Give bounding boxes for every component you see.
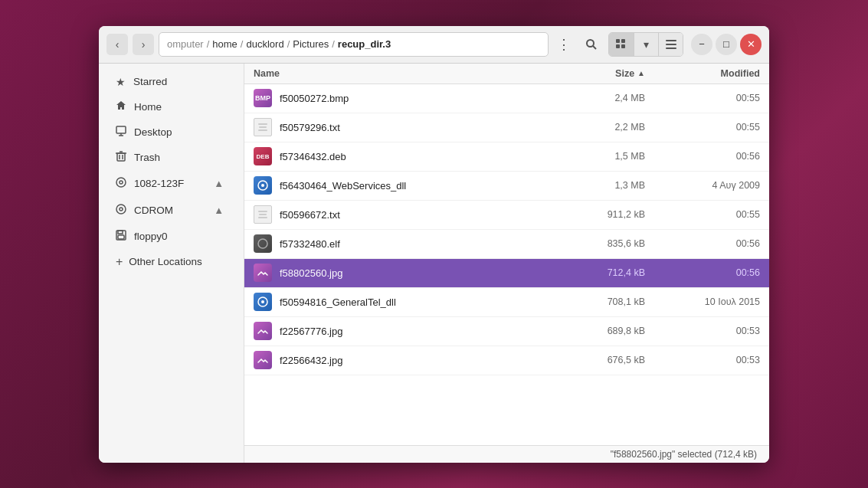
sidebar-item-desktop[interactable]: Desktop [103,120,239,144]
file-list: BMP f50050272.bmp 2,4 MB 00:55 f50579296… [244,84,769,445]
svg-point-19 [116,205,126,214]
status-text: "f58802560.jpg" selected (712,4 kB) [611,449,757,460]
table-row[interactable]: BMP f50050272.bmp 2,4 MB 00:55 [244,84,769,113]
file-size: 911,2 kB [553,209,645,220]
file-modified: 00:55 [645,93,760,103]
svg-rect-12 [117,153,125,161]
file-name: f58802560.jpg [280,267,553,279]
sidebar-item-label: Other Locations [129,256,201,267]
disk-icon [116,177,126,190]
breadcrumb-part-home: home [212,38,237,50]
svg-point-17 [116,178,126,187]
sidebar-item-trash[interactable]: Trash [103,146,239,169]
floppy-icon [116,230,126,243]
sidebar-item-other-locations[interactable]: + Other Locations [103,250,239,274]
svg-rect-9 [116,126,126,133]
svg-point-25 [261,184,264,187]
svg-rect-4 [616,44,620,48]
file-modified: 00:55 [645,122,760,133]
titlebar: ‹ › omputer / home / ducklord / Pictures… [99,26,769,64]
trash-icon [116,151,126,164]
svg-rect-22 [118,231,123,234]
close-button[interactable]: ✕ [740,34,762,55]
file-name: f50050272.bmp [280,93,553,104]
sidebar-item-label: Home [134,101,162,113]
file-name: f22566432.jpg [280,355,553,366]
svg-rect-6 [666,40,676,41]
sidebar-item-starred[interactable]: ★ Starred [103,70,239,93]
svg-rect-8 [666,47,676,49]
table-row[interactable]: f56430464_WebServices_dll 1,3 MB 4 Αυγ 2… [244,172,769,201]
file-modified: 00:56 [645,238,760,249]
file-size: 1,5 MB [553,151,645,162]
file-name: f50594816_GeneralTel_dll [280,296,553,308]
file-size: 712,4 kB [553,267,645,278]
table-row[interactable]: f22567776.jpg 689,8 kB 00:53 [244,317,769,346]
sidebar-item-label: floppy0 [134,231,168,242]
home-icon [116,100,126,113]
back-button[interactable]: ‹ [106,34,128,55]
main-content: ★ Starred Home Desktop Trash [99,64,769,463]
breadcrumb-part-computer: omputer [167,38,204,50]
sidebar-item-label: Starred [133,76,167,87]
file-modified: 4 Αυγ 2009 [645,180,760,191]
forward-button[interactable]: › [133,34,154,55]
window-controls: − □ ✕ [691,34,762,55]
table-row[interactable]: f50579296.txt 2,2 MB 00:55 [244,113,769,142]
svg-rect-7 [666,44,676,45]
table-row[interactable]: f58802560.jpg 712,4 kB 00:56 [244,259,769,288]
file-size: 1,3 MB [553,180,645,191]
table-row[interactable]: f22566432.jpg 676,5 kB 00:53 [244,346,769,375]
list-view-button[interactable] [658,33,683,56]
file-modified: 00:55 [645,209,760,220]
maximize-button[interactable]: □ [716,34,737,55]
svg-point-26 [258,239,267,248]
svg-rect-5 [621,44,625,48]
grid-view-button[interactable] [609,33,634,56]
column-name-header: Name [254,68,553,79]
search-button[interactable] [579,32,604,57]
minimize-button[interactable]: − [691,34,712,55]
file-size: 2,4 MB [553,93,645,103]
file-size: 676,5 kB [553,355,645,365]
svg-line-1 [593,46,596,49]
file-panel: Name Size ▲ Modified BMP f50050272.bmp 2… [244,64,769,463]
view-dropdown-button[interactable]: ▾ [634,33,658,56]
file-name: f50579296.txt [280,122,553,133]
sidebar-item-label: Desktop [134,126,172,138]
view-toggle: ▾ [608,32,683,57]
file-size: 708,1 kB [553,296,645,307]
star-icon: ★ [116,76,126,88]
breadcrumb[interactable]: omputer / home / ducklord / Pictures / r… [159,32,549,57]
sidebar-item-floppy[interactable]: floppy0 [103,224,239,248]
column-size-header: Size ▲ [553,68,645,79]
sidebar-item-home[interactable]: Home [103,95,239,119]
file-modified: 10 Ιουλ 2015 [645,296,760,307]
breadcrumb-part-pictures: Pictures [293,38,329,50]
svg-rect-3 [621,39,625,43]
file-size: 835,6 kB [553,238,645,249]
eject-cdrom-button[interactable]: ▲ [211,203,227,218]
sort-icon: ▲ [637,69,645,77]
kebab-menu-button[interactable]: ⋮ [553,34,575,55]
file-modified: 00:53 [645,355,760,365]
table-row[interactable]: DEB f57346432.deb 1,5 MB 00:56 [244,142,769,172]
table-row[interactable]: f50594816_GeneralTel_dll 708,1 kB 10 Ιου… [244,288,769,317]
table-row[interactable]: f50596672.txt 911,2 kB 00:55 [244,201,769,230]
column-modified-header: Modified [645,68,760,79]
add-icon: + [116,255,123,269]
table-row[interactable]: f57332480.elf 835,6 kB 00:56 [244,230,769,259]
desktop-icon [116,126,126,139]
status-bar: "f58802560.jpg" selected (712,4 kB) [244,445,769,463]
file-size: 2,2 MB [553,122,645,133]
svg-rect-23 [118,235,124,239]
file-name: f50596672.txt [280,209,553,221]
file-list-header: Name Size ▲ Modified [244,64,769,84]
eject-1082-button[interactable]: ▲ [211,176,227,191]
file-modified: 00:56 [645,267,760,278]
sidebar-item-cdrom[interactable]: CDROM ▲ [103,198,239,223]
cdrom-icon [116,204,126,217]
file-modified: 00:56 [645,151,760,162]
sidebar-item-1082[interactable]: 1082-123F ▲ [103,171,239,196]
sidebar-item-label: Trash [134,152,160,163]
